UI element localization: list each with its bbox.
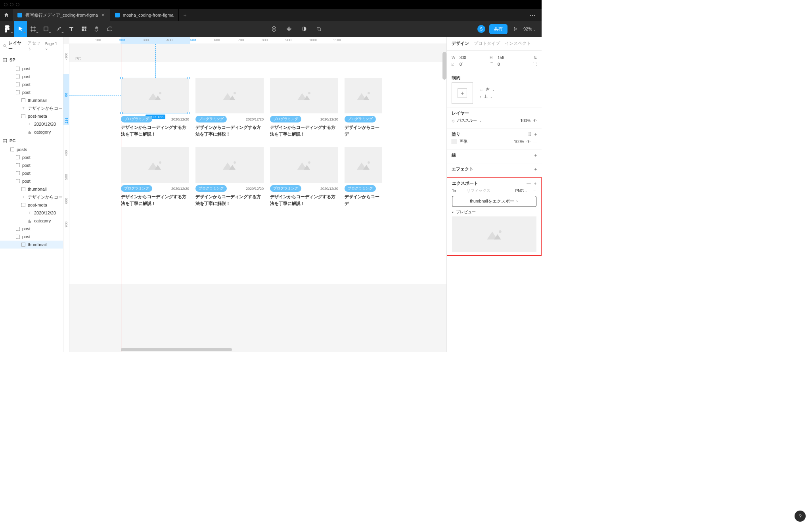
style-icon[interactable]: ⠿	[528, 132, 531, 137]
component-icon[interactable]	[268, 21, 280, 37]
fill-opacity[interactable]: 100%	[514, 140, 524, 144]
resources-tool[interactable]	[78, 21, 90, 37]
mask-icon[interactable]	[298, 21, 310, 37]
card[interactable]: プログラミング2020/12/20 デザインからコーディングする方法を丁寧に解説…	[121, 78, 189, 137]
tab-inactive[interactable]: mosha_coding-from-figma	[110, 9, 179, 21]
card[interactable]: プログラミング2020/12/20 デザインからコーディングする方法を丁寧に解説…	[195, 147, 264, 207]
frame-sp[interactable]: SP	[0, 55, 63, 65]
prototype-tab[interactable]: プロトタイプ	[474, 41, 500, 46]
constraint-h[interactable]: 左	[486, 87, 490, 92]
eye-icon[interactable]: 👁	[533, 119, 537, 123]
layer-post[interactable]: post	[0, 88, 63, 96]
tab-menu-icon[interactable]: ⋯	[524, 11, 542, 19]
design-tab[interactable]: デザイン	[452, 41, 469, 46]
layer-post[interactable]: post	[0, 153, 63, 161]
link-icon[interactable]: ⇅	[534, 55, 537, 60]
export-scale[interactable]: 1x	[452, 189, 456, 193]
corner-icon[interactable]: ⛶	[533, 62, 537, 67]
layer-post[interactable]: post	[0, 225, 63, 233]
export-format[interactable]: PNG ⌄	[515, 189, 528, 193]
blend-mode[interactable]: パススルー	[457, 118, 477, 123]
layer-post[interactable]: post	[0, 177, 63, 185]
home-button[interactable]	[0, 9, 13, 21]
fill-type[interactable]: 画像	[460, 139, 467, 144]
new-tab-button[interactable]: +	[179, 12, 192, 18]
width-input[interactable]: 300	[460, 55, 479, 60]
assets-tab[interactable]: アセット	[27, 40, 43, 52]
layer-thumbnail[interactable]: thumbnail	[0, 185, 63, 193]
card[interactable]: プログラミング2020/12/20 デザインからコーディングする方法を丁寧に解説…	[270, 147, 338, 207]
frame-label[interactable]: PC	[75, 57, 81, 61]
share-button[interactable]: 共有	[489, 24, 508, 34]
constraint-widget[interactable]: +	[452, 82, 473, 104]
plus-icon[interactable]: +	[534, 167, 537, 172]
traffic-max[interactable]	[16, 3, 19, 6]
crop-icon[interactable]	[313, 21, 326, 37]
layer-date[interactable]: T2020/12/20	[0, 120, 63, 128]
card[interactable]: プログラミング デザインからコーデ	[345, 78, 382, 137]
ruler-vertical[interactable]: -100 80 236 400 500 600 700	[63, 44, 69, 352]
layer-post[interactable]: post	[0, 169, 63, 177]
close-icon[interactable]: ✕	[101, 12, 105, 18]
pen-tool[interactable]	[52, 21, 65, 37]
card[interactable]: プログラミング2020/12/20 デザインからコーディングする方法を丁寧に解説…	[121, 147, 189, 207]
plus-icon[interactable]: +	[534, 153, 537, 158]
layer-post[interactable]: post	[0, 161, 63, 169]
card[interactable]: プログラミング デザインからコーデ	[345, 147, 382, 207]
card[interactable]: プログラミング2020/12/20 デザインからコーディングする方法を丁寧に解説…	[195, 78, 264, 137]
card[interactable]: プログラミング2020/12/20 デザインからコーディングする方法を丁寧に解説…	[270, 78, 338, 137]
radius-input[interactable]: 0	[498, 62, 500, 67]
text-tool[interactable]	[65, 21, 78, 37]
shape-tool[interactable]	[40, 21, 52, 37]
frame-pc[interactable]: PC	[0, 136, 63, 145]
minus-icon[interactable]: —	[533, 140, 537, 144]
ruler-horizontal[interactable]: 100 203 300 400 503 600 700 800 900 1000…	[69, 37, 446, 44]
export-button[interactable]: thumbnailをエクスポート	[452, 196, 536, 207]
inspect-tab[interactable]: インスペクト	[505, 41, 531, 46]
traffic-min[interactable]	[10, 3, 13, 6]
hand-tool[interactable]	[90, 21, 103, 37]
comment-tool[interactable]	[103, 21, 116, 37]
opacity-input[interactable]: 100%	[520, 119, 530, 123]
layer-text[interactable]: Tデザインからコーディ...	[0, 104, 63, 112]
layer-post[interactable]: post	[0, 65, 63, 73]
frame-tool[interactable]	[27, 21, 40, 37]
layer-postmeta[interactable]: post-meta	[0, 112, 63, 120]
traffic-close[interactable]	[4, 3, 8, 6]
search-icon[interactable]	[3, 44, 7, 48]
page-selector[interactable]: Page 1 ⌄	[45, 42, 60, 50]
more-icon[interactable]: ⋯	[532, 189, 536, 193]
layer-postmeta[interactable]: post-meta	[0, 201, 63, 209]
canvas[interactable]: PC 300 × 156 プログラミング2020/12/20 デザインからコーデ…	[69, 44, 446, 352]
scrollbar-horizontal[interactable]	[121, 348, 232, 351]
layer-post[interactable]: post	[0, 80, 63, 88]
layer-post[interactable]: post	[0, 233, 63, 241]
height-input[interactable]: 156	[498, 55, 504, 60]
present-icon[interactable]	[511, 21, 519, 37]
rotation-input[interactable]: 0°	[460, 62, 479, 67]
figma-menu-button[interactable]	[0, 21, 14, 37]
minus-icon[interactable]: —	[527, 181, 531, 186]
plus-icon[interactable]: +	[534, 132, 537, 137]
layer-category[interactable]: category	[0, 128, 63, 136]
layers-tab[interactable]: レイヤー	[8, 40, 24, 52]
zoom-level[interactable]: 92% ⌄	[523, 27, 536, 31]
layer-category[interactable]: category	[0, 217, 63, 225]
layer-post[interactable]: post	[0, 73, 63, 80]
scrollbar-vertical[interactable]	[442, 52, 446, 80]
fill-swatch[interactable]	[452, 139, 457, 144]
layer-text[interactable]: Tデザインからコーディ...	[0, 193, 63, 201]
constraint-v[interactable]: 上	[484, 94, 488, 99]
layer-date[interactable]: T2020/12/20	[0, 209, 63, 217]
layer-thumbnail-selected[interactable]: thumbnail	[0, 241, 63, 249]
eye-icon[interactable]: 👁	[527, 140, 530, 144]
layer-posts[interactable]: posts	[0, 145, 63, 153]
preview-label[interactable]: プレビュー	[456, 209, 476, 215]
export-suffix[interactable]: サフィックス	[467, 188, 490, 193]
move-tool[interactable]	[14, 21, 27, 37]
diamond-icon[interactable]	[283, 21, 295, 37]
layer-thumbnail[interactable]: thumbnail	[0, 96, 63, 104]
avatar[interactable]: S	[477, 25, 485, 33]
tab-active[interactable]: 模写修行メディア_coding-from-figma ✕	[13, 9, 110, 21]
plus-icon[interactable]: +	[534, 181, 536, 186]
